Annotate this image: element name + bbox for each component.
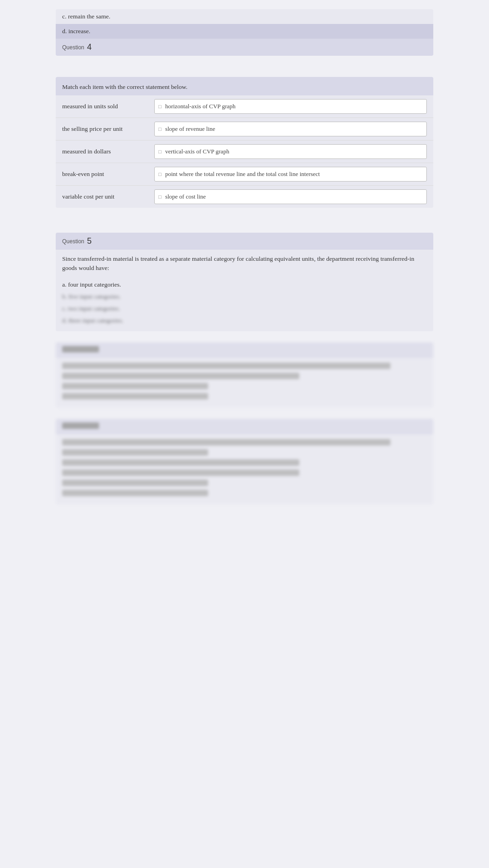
question-5-text: Since transferred-in material is treated…	[62, 254, 427, 273]
match-select-wrapper-1: □ horizontal-axis of CVP graph	[154, 99, 427, 114]
blurred-line-2	[62, 373, 299, 379]
match-row-2: the selling price per unit □ slope of re…	[56, 118, 433, 141]
option-d-text: d. increase.	[62, 28, 90, 35]
term-5-text: variable cost per unit	[62, 193, 115, 200]
select-arrow-5: □	[158, 194, 162, 199]
select-arrow-1: □	[158, 104, 162, 109]
q5-answer-a: a. four input categories.	[62, 279, 427, 291]
question-6-header-blurred	[56, 342, 433, 358]
select-value-2: slope of revenue line	[165, 125, 423, 133]
question-number: 4	[87, 42, 92, 52]
select-arrow-4: □	[158, 171, 162, 177]
q5-answer-d-text: d. three input categories.	[62, 317, 123, 324]
match-select-wrapper-3: □ vertical-axis of CVP graph	[154, 144, 427, 159]
q5-answer-a-text: a. four input categories.	[62, 281, 121, 288]
match-select-wrapper-4: □ point where the total revenue line and…	[154, 167, 427, 182]
question-5-body: Since transferred-in material is treated…	[56, 250, 433, 331]
term-1-text: measured in units sold	[62, 103, 118, 110]
select-value-4: point where the total revenue line and t…	[165, 170, 423, 178]
q5-number: 5	[87, 236, 92, 246]
match-term-1: measured in units sold	[62, 103, 154, 110]
option-d: d. increase.	[56, 24, 433, 39]
question-4-header: Question 4	[56, 39, 433, 56]
match-term-4: break-even point	[62, 170, 154, 178]
match-instruction-text: Match each item with the correct stateme…	[62, 83, 187, 90]
q5-text-span: Since transferred-in material is treated…	[62, 255, 414, 271]
blurred-line-10	[62, 490, 208, 496]
match-select-3[interactable]: □ vertical-axis of CVP graph	[154, 144, 427, 159]
match-instruction: Match each item with the correct stateme…	[56, 77, 433, 95]
question-7-header-blurred	[56, 419, 433, 434]
option-c-text: c. remain the same.	[62, 13, 111, 20]
match-select-wrapper-2: □ slope of revenue line	[154, 122, 427, 136]
q5-answer-c: c. two input categories.	[62, 303, 427, 315]
blurred-line-8	[62, 469, 299, 476]
q5-blurred-options: b. five input categories. c. two input c…	[62, 291, 427, 327]
match-row-1: measured in units sold □ horizontal-axis…	[56, 95, 433, 118]
q5-answer-b-text: b. five input categories.	[62, 293, 121, 300]
question-5-block: Question 5 Since transferred-in material…	[56, 233, 433, 331]
blurred-line-4	[62, 393, 208, 399]
q5-answer-d: d. three input categories.	[62, 315, 427, 327]
blurred-line-3	[62, 383, 208, 389]
select-value-1: horizontal-axis of CVP graph	[165, 103, 423, 110]
select-arrow-3: □	[158, 149, 162, 154]
term-3-text: measured in dollars	[62, 148, 111, 155]
blurred-line-7	[62, 459, 299, 466]
select-value-5: slope of cost line	[165, 193, 423, 200]
blurred-line-1	[62, 363, 390, 369]
match-row-3: measured in dollars □ vertical-axis of C…	[56, 141, 433, 163]
q5-label: Question	[62, 238, 84, 245]
question-6-block-blurred	[56, 342, 433, 408]
question-6-body-blurred	[56, 358, 433, 408]
select-arrow-2: □	[158, 126, 162, 132]
term-4-text: break-even point	[62, 170, 104, 177]
match-select-wrapper-5: □ slope of cost line	[154, 189, 427, 204]
match-select-1[interactable]: □ horizontal-axis of CVP graph	[154, 99, 427, 114]
question-7-body-blurred	[56, 434, 433, 504]
blurred-line-5	[62, 439, 390, 446]
blurred-line-6	[62, 449, 208, 456]
q5-answer-b: b. five input categories.	[62, 291, 427, 303]
select-value-3: vertical-axis of CVP graph	[165, 148, 423, 155]
question-label: Question	[62, 44, 84, 51]
option-c: c. remain the same.	[56, 9, 433, 24]
q5-answer-c-text: c. two input categories.	[62, 305, 120, 312]
match-select-5[interactable]: □ slope of cost line	[154, 189, 427, 204]
match-term-5: variable cost per unit	[62, 193, 154, 200]
question-4-block: Match each item with the correct stateme…	[56, 77, 433, 208]
match-row-4: break-even point □ point where the total…	[56, 163, 433, 186]
match-select-4[interactable]: □ point where the total revenue line and…	[154, 167, 427, 182]
match-term-2: the selling price per unit	[62, 125, 154, 133]
match-row-5: variable cost per unit □ slope of cost l…	[56, 186, 433, 208]
question-5-header: Question 5	[56, 233, 433, 250]
blurred-line-9	[62, 480, 208, 486]
question-7-block-blurred	[56, 419, 433, 504]
match-select-2[interactable]: □ slope of revenue line	[154, 122, 427, 136]
match-term-3: measured in dollars	[62, 148, 154, 155]
term-2-text: the selling price per unit	[62, 125, 122, 132]
